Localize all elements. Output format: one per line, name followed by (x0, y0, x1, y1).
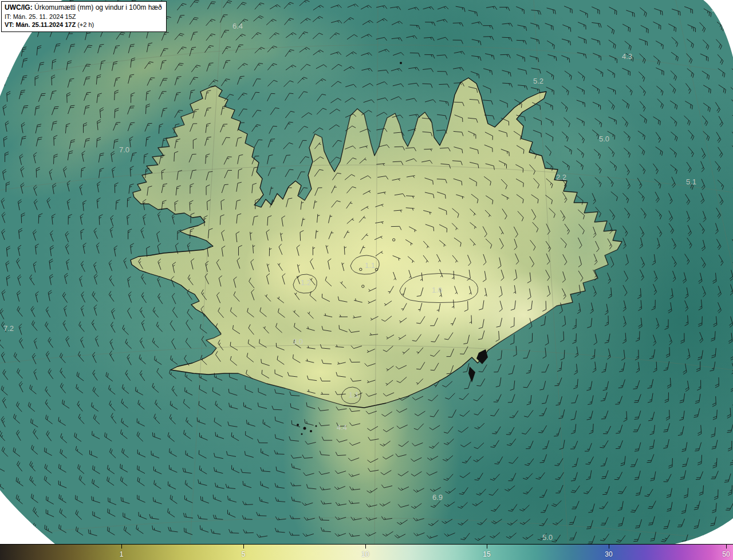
colorbar-tick-label: 15 (483, 550, 490, 558)
colorbar: 1510153050 (0, 544, 733, 560)
forecast-map: 5.16.44.35.25.07.02.25.11.11.21.07.23.01… (0, 0, 733, 544)
product-name: Úrkomumætti (mm) og vindur i 100m hæð (33, 3, 162, 11)
contour-value-label: 6.4 (232, 22, 243, 30)
contour-value-label: 3.0 (293, 337, 303, 346)
colorbar-tick-label: 1 (120, 550, 124, 558)
colorbar-tick (487, 545, 487, 549)
contour-value-label: 5.0 (599, 135, 609, 143)
valid-time-line: VT: Mán. 25.11.2024 17Z (+2 h) (5, 21, 162, 29)
field-blob (243, 226, 352, 312)
contour-value-label: 1.1 (349, 391, 359, 399)
weather-forecast-map-page: 5.16.44.35.25.07.02.25.11.11.21.07.23.01… (0, 0, 733, 560)
colorbar-tick-label: 30 (605, 550, 612, 558)
contour-value-label: 5.2 (533, 77, 543, 85)
model-name: UWC/IG: (5, 3, 33, 11)
contour-value-label: 1.2 (301, 278, 311, 287)
contour-value-label: 1.1 (365, 261, 375, 270)
contour-value-label: 1.0 (432, 286, 442, 294)
colorbar-tick-label: 50 (722, 550, 730, 558)
contour-value-label: 4.3 (622, 52, 632, 61)
valid-time: VT: Mán. 25.11.2024 17Z (5, 21, 76, 28)
colorbar-tick (243, 545, 244, 549)
colorbar-tick (609, 545, 609, 549)
contour-value-label: 5.1 (711, 5, 722, 13)
contour-value-label: 7.2 (3, 324, 14, 333)
colorbar-tick (121, 545, 122, 549)
init-time: IT: Mán. 25. 11. 2024 15Z (5, 13, 162, 21)
contour-value-label: 4.4 (337, 423, 347, 432)
contour-value-label: 5.0 (542, 533, 553, 542)
contour-value-label: 2.2 (556, 173, 566, 182)
colorbar-tick (365, 545, 366, 549)
colorbar-tick (726, 545, 727, 549)
contour-value-label: 5.1 (686, 178, 696, 186)
contour-value-label: 7.0 (119, 145, 129, 154)
valid-time-offset: (+2 h) (76, 21, 94, 28)
contour-value-label: 6.9 (432, 493, 443, 502)
product-title-line: UWC/IG: Úrkomumætti (mm) og vindur i 100… (5, 3, 162, 13)
map-canvas: 5.16.44.35.25.07.02.25.11.11.21.07.23.01… (0, 0, 733, 544)
colorbar-tick-label: 10 (361, 550, 369, 558)
title-box: UWC/IG: Úrkomumætti (mm) og vindur i 100… (1, 1, 167, 32)
colorbar-tick-label: 5 (242, 550, 246, 558)
